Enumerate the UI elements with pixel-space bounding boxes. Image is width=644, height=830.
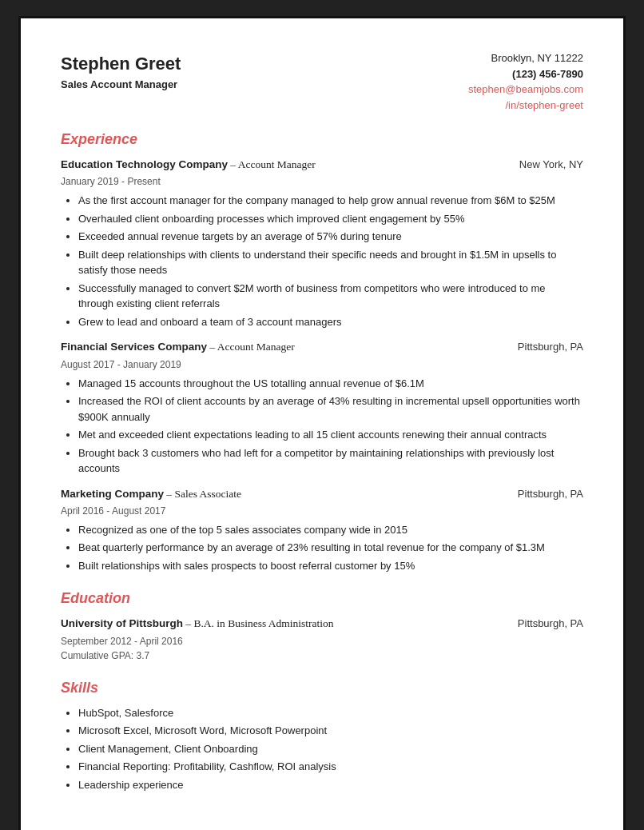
header-section: Stephen Greet Sales Account Manager Broo…: [61, 50, 583, 113]
job-1-header: Education Technology Company – Account M…: [61, 157, 583, 173]
list-item: Client Management, Client Onboarding: [78, 741, 583, 757]
list-item: Brought back 3 customers who had left fo…: [78, 445, 583, 477]
job-2-company-role: Financial Services Company – Account Man…: [61, 339, 295, 355]
job-3-header: Marketing Company – Sales Associate Pitt…: [61, 486, 583, 502]
candidate-title: Sales Account Manager: [61, 77, 181, 93]
edu-1-degree: – B.A. in Business Administration: [185, 617, 333, 629]
list-item: Successfully managed to convert $2M wort…: [78, 281, 583, 312]
candidate-email[interactable]: stephen@beamjobs.com: [468, 82, 583, 98]
job-1: Education Technology Company – Account M…: [61, 157, 583, 329]
experience-section-title: Experience: [61, 129, 583, 150]
list-item: Leadership experience: [78, 777, 583, 793]
list-item: Managed 15 accounts throughout the US to…: [78, 376, 583, 392]
skills-list: HubSpot, Salesforce Microsoft Excel, Mic…: [78, 705, 583, 793]
header-right: Brooklyn, NY 11222 (123) 456-7890 stephe…: [468, 50, 583, 113]
candidate-linkedin[interactable]: /in/stephen-greet: [468, 98, 583, 114]
resume-container: Stephen Greet Sales Account Manager Broo…: [18, 16, 626, 830]
list-item: As the first account manager for the com…: [78, 193, 583, 209]
job-2-location: Pittsburgh, PA: [518, 339, 583, 355]
job-3-location: Pittsburgh, PA: [518, 486, 583, 502]
edu-1-school-degree: University of Pittsburgh – B.A. in Busin…: [61, 616, 334, 632]
list-item: Increased the ROI of client accounts by …: [78, 393, 583, 425]
skills-section-title: Skills: [61, 677, 583, 699]
edu-1-gpa: Cumulative GPA: 3.7: [61, 648, 583, 663]
list-item: Built deep relationships with clients to…: [78, 247, 583, 278]
candidate-address: Brooklyn, NY 11222: [468, 50, 583, 66]
job-2-company: Financial Services Company: [61, 341, 207, 353]
education-section-title: Education: [61, 588, 583, 609]
job-3-company: Marketing Company: [61, 488, 164, 500]
job-1-role: – Account Manager: [230, 158, 315, 170]
list-item: Exceeded annual revenue targets by an av…: [78, 229, 583, 245]
job-1-location: New York, NY: [519, 157, 583, 173]
edu-1-location: Pittsburgh, PA: [518, 616, 583, 632]
header-left: Stephen Greet Sales Account Manager: [61, 50, 181, 93]
job-3-bullets: Recognized as one of the top 5 sales ass…: [78, 522, 583, 574]
education-1: University of Pittsburgh – B.A. in Busin…: [61, 616, 583, 662]
list-item: Built relationships with sales prospects…: [78, 558, 583, 574]
list-item: Met and exceeded client expectations lea…: [78, 427, 583, 443]
job-2-dates: August 2017 - January 2019: [61, 357, 583, 372]
edu-1-school: University of Pittsburgh: [61, 617, 183, 629]
job-1-bullets: As the first account manager for the com…: [78, 193, 583, 329]
candidate-name: Stephen Greet: [61, 50, 181, 77]
list-item: HubSpot, Salesforce: [78, 705, 583, 721]
job-2-role: – Account Manager: [209, 341, 294, 353]
candidate-phone: (123) 456-7890: [468, 66, 583, 82]
edu-1-header: University of Pittsburgh – B.A. in Busin…: [61, 616, 583, 632]
job-2-header: Financial Services Company – Account Man…: [61, 339, 583, 355]
job-1-company-role: Education Technology Company – Account M…: [61, 157, 316, 173]
edu-1-dates: September 2012 - April 2016: [61, 634, 583, 648]
job-3-dates: April 2016 - August 2017: [61, 504, 583, 518]
job-1-company: Education Technology Company: [61, 158, 228, 170]
list-item: Recognized as one of the top 5 sales ass…: [78, 522, 583, 538]
job-3: Marketing Company – Sales Associate Pitt…: [61, 486, 583, 574]
list-item: Microsoft Excel, Microsoft Word, Microso…: [78, 723, 583, 739]
list-item: Beat quarterly performance by an average…: [78, 540, 583, 556]
job-2: Financial Services Company – Account Man…: [61, 339, 583, 476]
job-3-company-role: Marketing Company – Sales Associate: [61, 486, 241, 502]
list-item: Grew to lead and onboard a team of 3 acc…: [78, 314, 583, 330]
job-3-role: – Sales Associate: [166, 488, 241, 500]
job-1-dates: January 2019 - Present: [61, 174, 583, 189]
list-item: Financial Reporting: Profitability, Cash…: [78, 759, 583, 775]
list-item: Overhauled client onboarding processes w…: [78, 211, 583, 227]
job-2-bullets: Managed 15 accounts throughout the US to…: [78, 376, 583, 477]
